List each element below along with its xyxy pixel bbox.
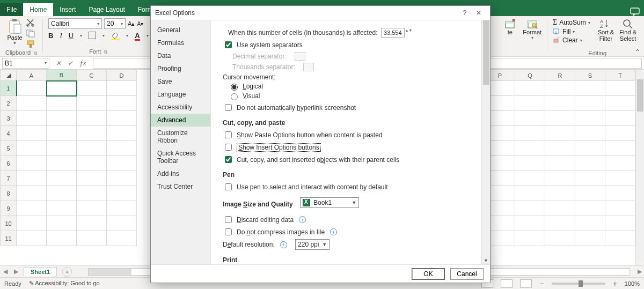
sheet-nav-next-icon[interactable]: ▶ <box>11 268 21 275</box>
row-header[interactable]: 4 <box>1 126 17 141</box>
auto-hyperlink-checkbox[interactable] <box>225 104 232 111</box>
paste-dropdown-icon[interactable]: ▼ <box>13 41 17 46</box>
nav-customize-ribbon[interactable]: Customize Ribbon <box>151 127 210 147</box>
info-icon[interactable]: i <box>330 228 337 235</box>
autosum-button[interactable]: ΣAutoSum▾ <box>553 18 590 27</box>
nav-data[interactable]: Data <box>151 49 210 62</box>
font-size-combo[interactable]: 20▾ <box>104 18 126 29</box>
view-page-layout-icon[interactable] <box>501 279 513 288</box>
row-header[interactable]: 2 <box>1 96 17 111</box>
underline-button[interactable]: U <box>69 32 74 40</box>
default-resolution-combo[interactable]: 220 ppi▼ <box>295 239 330 250</box>
fill-button[interactable]: Fill▾ <box>553 28 590 35</box>
cells-affected-input[interactable]: 33,554▲▼ <box>381 28 405 38</box>
comment-icon[interactable] <box>630 8 640 16</box>
row-header[interactable]: 9 <box>1 201 17 216</box>
row-header[interactable]: 6 <box>1 156 17 171</box>
show-insert-options-checkbox[interactable] <box>225 144 232 151</box>
nav-save[interactable]: Save <box>151 75 210 88</box>
italic-button[interactable]: I <box>60 31 62 40</box>
paste-button[interactable]: Paste ▼ <box>7 18 22 46</box>
border-button[interactable] <box>89 32 96 39</box>
info-icon[interactable]: i <box>299 216 306 223</box>
row-header[interactable]: 10 <box>1 216 17 231</box>
collapse-ribbon-icon[interactable]: ⌃ <box>634 48 641 56</box>
hscroll-right-icon[interactable]: ▶ <box>635 268 644 275</box>
sort-filter-button[interactable]: AZ Sort &Filter <box>598 18 614 42</box>
cut-icon[interactable] <box>26 18 35 27</box>
decrease-font-icon[interactable]: A▾ <box>137 21 143 27</box>
format-button[interactable]: Format ▾ <box>523 18 541 40</box>
row-header[interactable]: 5 <box>1 141 17 156</box>
tab-file[interactable]: File <box>0 3 23 16</box>
col-header[interactable]: T <box>605 70 635 81</box>
use-system-separators-checkbox[interactable] <box>225 41 232 48</box>
enter-formula-icon[interactable]: ✓ <box>68 60 73 67</box>
info-icon[interactable]: i <box>280 241 287 248</box>
row-header[interactable]: 3 <box>1 111 17 126</box>
zoom-in-button[interactable]: + <box>613 279 617 288</box>
select-all-corner[interactable]: ◢ <box>1 70 17 81</box>
cancel-formula-icon[interactable]: ✕ <box>56 60 61 67</box>
active-cell[interactable] <box>47 81 77 96</box>
pen-select-checkbox[interactable] <box>225 183 232 190</box>
dialog-close-button[interactable]: ✕ <box>472 9 486 17</box>
scroll-down-icon[interactable]: ▼ <box>482 258 490 263</box>
tab-page-layout[interactable]: Page Layout <box>82 3 131 16</box>
row-header[interactable]: 7 <box>1 171 17 186</box>
no-compress-checkbox[interactable] <box>225 228 232 235</box>
nav-proofing[interactable]: Proofing <box>151 62 210 75</box>
row-header[interactable]: 1 <box>1 81 17 96</box>
col-header[interactable]: A <box>17 70 47 81</box>
fx-icon[interactable]: ƒx <box>79 60 86 67</box>
tab-insert[interactable]: Insert <box>53 3 82 16</box>
nav-formulas[interactable]: Formulas <box>151 36 210 49</box>
format-painter-icon[interactable] <box>26 40 35 48</box>
delete-button[interactable]: te <box>504 18 515 35</box>
nav-quick-access[interactable]: Quick Access Toolbar <box>151 147 210 167</box>
nav-general[interactable]: General <box>151 24 210 36</box>
nav-language[interactable]: Language <box>151 88 210 101</box>
discard-editing-checkbox[interactable] <box>225 216 232 223</box>
cancel-button[interactable]: Cancel <box>450 268 484 280</box>
dialog-vscrollbar[interactable]: ▲ ▼ <box>481 20 490 264</box>
name-box[interactable]: B1▾ <box>2 58 49 69</box>
ok-button[interactable]: OK <box>412 268 445 280</box>
zoom-slider[interactable] <box>552 283 605 285</box>
cut-copy-sort-checkbox[interactable] <box>225 156 232 163</box>
bold-button[interactable]: B <box>48 32 53 40</box>
nav-advanced[interactable]: Advanced <box>151 114 210 127</box>
grid-vscrollbar[interactable] <box>635 70 644 265</box>
zoom-out-button[interactable]: − <box>539 279 544 288</box>
tab-home[interactable]: Home <box>23 3 53 16</box>
clipboard-launcher-icon[interactable]: ⧉ <box>34 50 37 56</box>
nav-accessibility[interactable]: Accessibility <box>151 101 210 114</box>
nav-addins[interactable]: Add-ins <box>151 167 210 180</box>
dialog-help-button[interactable]: ? <box>458 9 472 17</box>
row-header[interactable]: 8 <box>1 186 17 201</box>
col-header[interactable]: R <box>545 70 575 81</box>
sheet-tab[interactable]: Sheet1 <box>24 267 57 276</box>
status-accessibility[interactable]: ✎ Accessibility: Good to go <box>29 280 100 287</box>
fill-color-button[interactable] <box>111 32 120 39</box>
zoom-percent[interactable]: 100% <box>625 280 640 287</box>
col-header[interactable]: C <box>77 70 107 81</box>
spinner-icon[interactable]: ▲▼ <box>405 28 411 37</box>
cursor-visual-radio[interactable]: Visual <box>228 92 480 100</box>
image-quality-book-combo[interactable]: Book1▼ <box>300 197 359 208</box>
font-color-button[interactable]: A <box>135 32 140 40</box>
font-name-combo[interactable]: Calibri▾ <box>48 18 102 29</box>
font-launcher-icon[interactable]: ⧉ <box>104 49 107 55</box>
add-sheet-button[interactable]: + <box>62 267 72 277</box>
row-header[interactable]: 11 <box>1 231 17 246</box>
col-header[interactable]: S <box>575 70 605 81</box>
cursor-logical-radio[interactable]: Logical <box>228 82 480 91</box>
col-header[interactable]: D <box>107 70 137 81</box>
clear-button[interactable]: Clear▾ <box>553 36 590 44</box>
col-header[interactable]: Q <box>515 70 545 81</box>
col-header[interactable]: B <box>47 70 77 81</box>
sheet-nav-prev-icon[interactable]: ◀ <box>0 268 11 275</box>
copy-icon[interactable] <box>26 29 35 38</box>
find-select-button[interactable]: Find &Select <box>619 18 636 42</box>
nav-trust-center[interactable]: Trust Center <box>151 180 210 193</box>
